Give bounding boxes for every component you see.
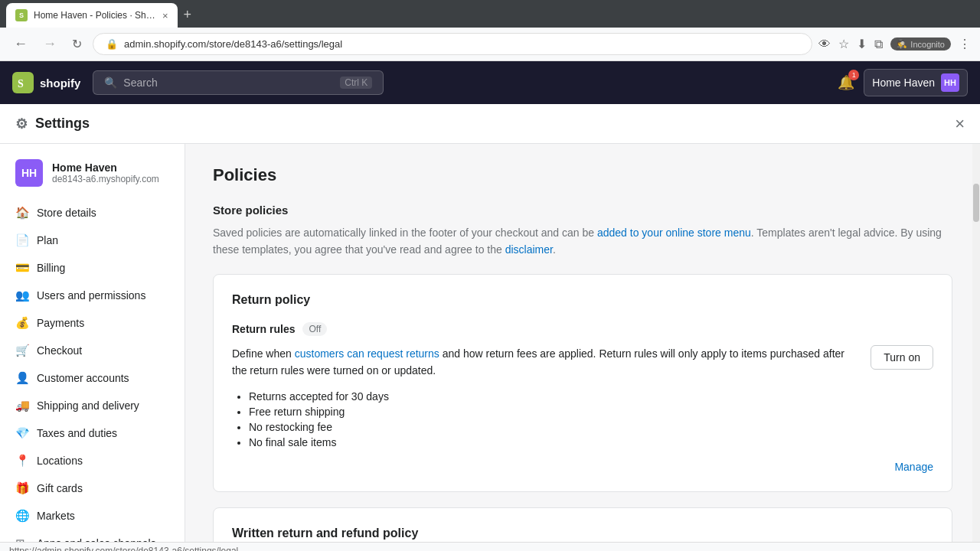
manage-link[interactable]: Manage xyxy=(894,461,933,473)
turn-on-button[interactable]: Turn on xyxy=(871,345,933,370)
eyeoff-icon[interactable]: 👁 xyxy=(818,37,831,51)
scroll-indicator xyxy=(972,144,980,542)
sidebar-item-label: Markets xyxy=(37,510,75,522)
sidebar-item-label: Billing xyxy=(37,262,65,274)
written-policy-title: Written return and refund policy xyxy=(232,527,933,540)
sidebar-store-url: de8143-a6.myshopify.com xyxy=(52,174,159,184)
checkout-icon: 🛒 xyxy=(15,344,29,357)
sidebar-item-apps-sales[interactable]: ⊞ Apps and sales channels xyxy=(0,530,185,542)
online-store-menu-link[interactable]: added to your online store menu xyxy=(597,227,751,239)
payments-icon: 💰 xyxy=(15,316,29,330)
close-button[interactable]: × xyxy=(955,116,965,132)
tab-favicon: S xyxy=(15,9,28,21)
shopify-wordmark: shopify xyxy=(40,77,80,90)
incognito-badge: 🕵 Incognito xyxy=(890,37,951,51)
menu-icon[interactable]: ⋮ xyxy=(959,37,971,51)
incognito-label: Incognito xyxy=(910,40,945,49)
written-policy-card: Written return and refund policy Create … xyxy=(213,507,952,542)
sidebar-item-taxes-duties[interactable]: 💎 Taxes and duties xyxy=(0,419,185,447)
new-tab-button[interactable]: + xyxy=(184,7,192,28)
shopify-topbar: S shopify 🔍 Search Ctrl K 🔔 1 Home Haven… xyxy=(0,61,980,104)
rule-item-3: No restocking fee xyxy=(249,421,933,433)
sidebar-item-users-permissions[interactable]: 👥 Users and permissions xyxy=(0,282,185,309)
forward-button[interactable]: → xyxy=(38,33,61,55)
nav-bar: ← → ↻ 🔒 admin.shopify.com/store/de8143-a… xyxy=(0,28,980,61)
return-rules-header: Return rules Off xyxy=(232,322,933,336)
store-avatar: HH xyxy=(941,73,959,92)
notification-button[interactable]: 🔔 1 xyxy=(838,74,854,91)
address-text: admin.shopify.com/store/de8143-a6/settin… xyxy=(124,38,342,50)
sidebar-store-name: Home Haven xyxy=(52,161,159,174)
store-policies-desc: Saved policies are automatically linked … xyxy=(213,224,952,259)
disclaimer-link[interactable]: disclaimer xyxy=(505,243,553,256)
rules-list: Returns accepted for 30 days Free return… xyxy=(249,390,933,448)
sidebar: HH Home Haven de8143-a6.myshopify.com 🏠 … xyxy=(0,144,185,542)
customer-icon: 👤 xyxy=(15,371,29,385)
reload-button[interactable]: ↻ xyxy=(67,34,87,54)
extension-icon[interactable]: ⧉ xyxy=(874,37,883,51)
search-shortcut: Ctrl K xyxy=(340,77,372,89)
sidebar-item-payments[interactable]: 💰 Payments xyxy=(0,309,185,337)
sidebar-item-shipping-delivery[interactable]: 🚚 Shipping and delivery xyxy=(0,392,185,419)
gift-icon: 🎁 xyxy=(15,481,29,495)
gear-icon: ⚙ xyxy=(15,116,28,132)
status-badge: Off xyxy=(302,322,327,336)
customers-request-returns-link[interactable]: customers can request returns xyxy=(295,347,439,360)
scroll-thumb[interactable] xyxy=(973,184,979,222)
tab-title: Home Haven - Policies · Shopify xyxy=(34,10,156,21)
app-wrapper: S shopify 🔍 Search Ctrl K 🔔 1 Home Haven… xyxy=(0,61,980,542)
status-url: https://admin.shopify.com/store/de8143-a… xyxy=(9,546,238,552)
shopify-logo: S shopify xyxy=(12,72,80,93)
browser-chrome: S Home Haven - Policies · Shopify × + ← … xyxy=(0,0,980,61)
sidebar-item-label: Customer accounts xyxy=(37,372,129,384)
browser-tab[interactable]: S Home Haven - Policies · Shopify × xyxy=(6,3,178,28)
sidebar-item-markets[interactable]: 🌐 Markets xyxy=(0,502,185,530)
status-bar: https://admin.shopify.com/store/de8143-a… xyxy=(0,542,980,551)
tab-close-icon[interactable]: × xyxy=(162,10,168,21)
sidebar-item-label: Shipping and delivery xyxy=(37,399,139,412)
topbar-search[interactable]: 🔍 Search Ctrl K xyxy=(93,70,384,95)
sidebar-item-label: Store details xyxy=(37,207,96,219)
search-placeholder: Search xyxy=(123,77,157,89)
store-policies-title: Store policies xyxy=(213,204,952,217)
main-content: Policies Store policies Saved policies a… xyxy=(185,144,980,542)
billing-icon: 💳 xyxy=(15,261,29,275)
incognito-icon: 🕵 xyxy=(897,39,907,49)
sidebar-item-gift-cards[interactable]: 🎁 Gift cards xyxy=(0,474,185,502)
shopify-logo-icon: S xyxy=(12,72,34,93)
sidebar-item-store-details[interactable]: 🏠 Store details xyxy=(0,199,185,227)
bookmark-icon[interactable]: ☆ xyxy=(838,37,849,51)
apps-icon: ⊞ xyxy=(15,536,29,542)
return-rules-label: Return rules xyxy=(232,323,295,335)
taxes-icon: 💎 xyxy=(15,426,29,440)
return-rules-area: Return rules Off Define when customers c… xyxy=(232,322,933,473)
search-icon: 🔍 xyxy=(104,77,117,89)
address-bar[interactable]: 🔒 admin.shopify.com/store/de8143-a6/sett… xyxy=(93,33,812,55)
rules-description: Define when customers can request return… xyxy=(232,345,855,380)
locations-icon: 📍 xyxy=(15,454,29,468)
browser-nav-icons: 👁 ☆ ⬇ ⧉ 🕵 Incognito ⋮ xyxy=(818,37,971,51)
store-selector[interactable]: Home Haven HH xyxy=(864,69,968,96)
return-policy-title: Return policy xyxy=(232,293,933,307)
sidebar-item-customer-accounts[interactable]: 👤 Customer accounts xyxy=(0,364,185,392)
settings-body: HH Home Haven de8143-a6.myshopify.com 🏠 … xyxy=(0,144,980,542)
manage-row: Manage xyxy=(232,461,933,473)
store-name: Home Haven xyxy=(872,77,935,89)
back-button[interactable]: ← xyxy=(9,33,32,55)
settings-header: ⚙ Settings × xyxy=(0,104,980,144)
rule-item-1: Returns accepted for 30 days xyxy=(249,390,933,403)
settings-title: ⚙ Settings xyxy=(15,116,90,132)
page-title: Policies xyxy=(213,165,952,185)
sidebar-item-billing[interactable]: 💳 Billing xyxy=(0,254,185,282)
download-icon[interactable]: ⬇ xyxy=(857,37,867,51)
sidebar-item-label: Locations xyxy=(37,455,83,467)
desc-before: Saved policies are automatically linked … xyxy=(213,227,597,239)
sidebar-item-checkout[interactable]: 🛒 Checkout xyxy=(0,337,185,364)
markets-icon: 🌐 xyxy=(15,509,29,523)
sidebar-item-locations[interactable]: 📍 Locations xyxy=(0,447,185,474)
lock-icon: 🔒 xyxy=(106,38,118,50)
rule-item-2: Free return shipping xyxy=(249,406,933,418)
sidebar-item-label: Plan xyxy=(37,234,58,246)
sidebar-item-plan[interactable]: 📄 Plan xyxy=(0,227,185,254)
desc-after: . xyxy=(553,243,556,256)
